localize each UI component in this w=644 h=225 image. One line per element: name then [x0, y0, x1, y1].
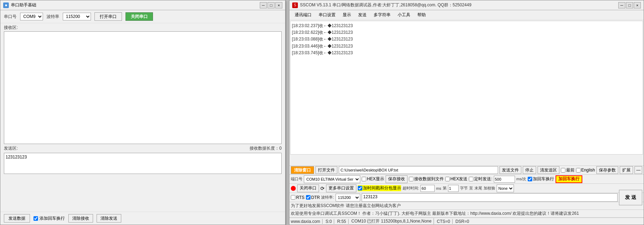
recv-line-2: [18:23:02.622]收←◆123123123	[292, 29, 641, 36]
minimize-button-win2[interactable]: ─	[618, 2, 625, 8]
rts-checkbox-label[interactable]: RTS	[291, 195, 305, 200]
menu-help[interactable]: 帮助	[414, 11, 429, 19]
hex-send-checkbox-label[interactable]: HEX发送	[445, 176, 468, 182]
clear-send-area-button[interactable]: 清发送区	[538, 166, 559, 174]
rts-checkbox[interactable]	[291, 195, 295, 200]
baud-select[interactable]: 115200	[63, 13, 91, 20]
hex-send-checkbox[interactable]	[445, 177, 450, 181]
timed-send-text: 定时发送:	[474, 176, 492, 182]
add-carriage-input[interactable]	[33, 216, 38, 221]
dsr-status: DSR=0	[455, 219, 469, 224]
send-area[interactable]: 123123123	[4, 153, 282, 174]
dtr-checkbox-label[interactable]: DTR	[306, 195, 320, 200]
baud-dropdown-win2[interactable]: 115200	[336, 194, 360, 201]
dtr-text: DTR	[311, 195, 320, 200]
promo-text-2: 请您注册嘉立创网站成为客户	[346, 203, 401, 209]
send-area-label: 发送区:	[4, 145, 18, 151]
recv-to-file-text: 接收数据到文件	[414, 176, 444, 182]
english-checkbox[interactable]	[576, 168, 581, 173]
close-port-button[interactable]: 关闭串口	[125, 12, 153, 21]
port-select[interactable]: COM9	[20, 13, 43, 20]
english-checkbox-text: English	[581, 168, 595, 173]
send-text-area[interactable]: 123123	[362, 193, 618, 202]
win1-title: 串口助手基础	[11, 2, 36, 8]
clear-window-button[interactable]: 清除窗口	[291, 166, 314, 174]
menu-comm-port[interactable]: 通讯端口	[292, 11, 315, 19]
more-settings-button[interactable]: 更多串口设置	[326, 185, 356, 192]
hex-display-checkbox[interactable]	[362, 177, 366, 181]
close-port-button-win2[interactable]: 关闭串口	[297, 185, 319, 192]
clear-recv-button[interactable]: 清除接收	[68, 214, 93, 223]
promo-full-text: 欢迎使用专业串口调试工具SSCOM！ 作者：习小猛(丁丁). 大虾电子网版主 最…	[291, 211, 579, 217]
recv-area	[4, 31, 282, 144]
app-icon-win1: ■	[3, 2, 9, 8]
add-cr-row2-checkbox[interactable]	[528, 177, 532, 181]
menu-tools[interactable]: 小工具	[394, 11, 413, 19]
save-param-button[interactable]: 保存参数	[596, 166, 618, 174]
last-checkbox[interactable]	[561, 168, 565, 173]
hex-display-checkbox-label[interactable]: HEX显示	[362, 176, 384, 182]
hex-send-text: HEX发送	[450, 176, 468, 182]
add-carriage-button[interactable]: 加回车换行	[556, 175, 582, 183]
maximize-button-win2[interactable]: □	[626, 2, 633, 8]
maximize-button-win1[interactable]: □	[268, 2, 275, 8]
win2-control-row1: 清除窗口 打开文件 发送文件 停止 清发送区 最前 English 保存参数 扩…	[289, 165, 644, 175]
send-button-win2[interactable]: 发 送	[619, 190, 642, 205]
add-carriage-checkbox[interactable]: 添加回车换行	[33, 215, 65, 221]
verify-label: 加校验	[484, 186, 495, 191]
clear-send-button[interactable]: 清除发送	[97, 214, 121, 223]
add-carriage-label: 添加回车换行	[39, 215, 65, 221]
app-icon-win2: S	[292, 2, 298, 8]
ms-label-2: ms	[436, 186, 441, 190]
ms-unit-label: ms/次	[516, 176, 527, 182]
open-port-button[interactable]: 打开串口	[94, 12, 122, 21]
save-recv-button[interactable]: 保存接收	[386, 175, 407, 183]
recv-display-area: [18:23:02.237]收←◆123123123 [18:23:02.622…	[290, 21, 643, 155]
verify-dropdown[interactable]: None	[497, 185, 514, 192]
win1-controls: ─ □ ×	[260, 2, 282, 8]
send-section-header: 发送区: 接收数据长度：0	[0, 144, 285, 153]
recv-to-file-checkbox-label[interactable]: 接收数据到文件	[409, 176, 444, 182]
collapse-button[interactable]: —	[634, 166, 642, 174]
port-dropdown-win2[interactable]: COM10 ELTIMA Virtual Serie	[304, 175, 360, 183]
last-checkbox-label[interactable]: 最前	[561, 167, 575, 173]
menu-multistring[interactable]: 多字符串	[370, 11, 394, 19]
timeout-value-input[interactable]	[421, 185, 435, 192]
send-file-button[interactable]: 发送文件	[499, 166, 521, 174]
recv-to-file-checkbox[interactable]	[409, 177, 413, 181]
menu-display[interactable]: 显示	[339, 11, 354, 19]
minimize-button-win1[interactable]: ─	[260, 2, 267, 8]
stop-button[interactable]: 停止	[523, 166, 536, 174]
send-data-button[interactable]: 发送数据	[4, 214, 30, 223]
dtr-checkbox[interactable]	[306, 195, 311, 200]
close-button-win1[interactable]: ×	[275, 2, 282, 8]
win2-promo-scroll-row: 欢迎使用专业串口调试工具SSCOM！ 作者：习小猛(丁丁). 大虾电子网版主 最…	[289, 210, 644, 218]
website-status: www.daxia.com	[291, 219, 323, 224]
titlebar-win1: ■ 串口助手基础 ─ □ ×	[0, 0, 285, 10]
baud-label: 波特率	[47, 14, 59, 20]
menubar-win2: 通讯端口 串口设置 显示 发送 多字符串 小工具 帮助	[289, 10, 644, 20]
refresh-icon[interactable]: ⟳	[320, 186, 325, 191]
file-path-input[interactable]	[339, 166, 498, 174]
byte-unit-label: 字节	[460, 186, 468, 191]
byte-first-label: 第	[443, 186, 447, 191]
timeout-stamp-checkbox[interactable]	[358, 186, 362, 190]
timed-send-checkbox[interactable]	[469, 177, 473, 181]
byte-start-input[interactable]	[448, 185, 459, 192]
timeout-stamp-checkbox-label[interactable]: 加时间戳和分包显示	[358, 185, 401, 191]
expand-button[interactable]: 扩展	[620, 166, 633, 174]
port-status-indicator	[291, 186, 296, 191]
menu-send[interactable]: 发送	[355, 11, 370, 19]
timeout-stamp-text: 加时间戳和分包显示	[363, 185, 401, 191]
menu-port-settings[interactable]: 串口设置	[315, 11, 339, 19]
last-checkbox-text: 最前	[566, 167, 575, 173]
win2-controls: ─ □ ×	[618, 2, 641, 8]
recv-line-4: [18:23:03.446]收←◆123123123	[292, 43, 641, 50]
close-button-win2[interactable]: ×	[634, 2, 641, 8]
english-checkbox-label[interactable]: English	[576, 168, 595, 173]
timed-send-checkbox-label[interactable]: 定时发送:	[469, 176, 492, 182]
add-cr-row2-label[interactable]: 加回车换行	[528, 176, 554, 182]
win2-title: SSCOM V5.13.1 串口/网络数据调试器,作者:大虾丁丁,2618058…	[300, 2, 471, 8]
timed-send-interval-input[interactable]	[494, 176, 515, 183]
open-file-button[interactable]: 打开文件	[315, 166, 337, 174]
